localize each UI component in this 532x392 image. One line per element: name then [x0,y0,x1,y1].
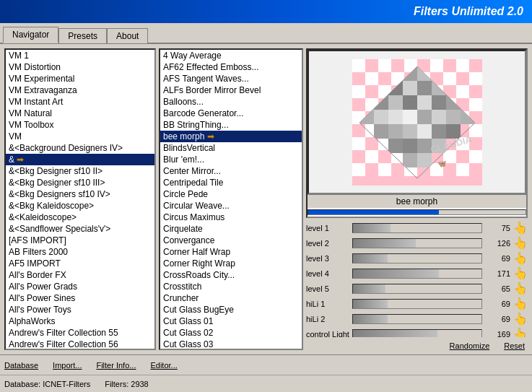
category-item[interactable]: VM Distortion [6,61,154,73]
svg-rect-54 [388,110,403,124]
filter-item[interactable]: Corner Right Wrap [160,258,302,269]
right-panel: CLAUDIA 🦋 bee morph level 175👆level 2126… [306,48,528,350]
filter-item[interactable]: Corner Half Wrap [160,246,302,258]
category-item[interactable]: AB Filters 2000 [6,246,154,258]
category-item[interactable]: AlphaWorks [6,315,154,327]
category-item[interactable]: [AFS IMPORT] [6,235,154,246]
slider-fill [353,284,385,293]
svg-rect-20 [469,98,482,111]
sliders-area: level 175👆level 2126👆level 369👆level 417… [306,221,528,337]
editor-button[interactable]: Editor... [150,361,177,370]
filter-item[interactable]: Cut Glass 03 [160,339,302,349]
category-item[interactable]: &<Background Designers IV> [6,142,154,154]
slider-value: 69 [485,254,510,263]
bottom-toolbar: Database Import... Filter Info... Editor… [0,354,532,375]
filter-item[interactable]: BB StringThing... [160,119,302,131]
filter-item[interactable]: Balloons... [160,96,302,108]
filter-item[interactable]: Cut Glass BugEye [160,304,302,315]
slider-track[interactable] [352,314,482,324]
randomize-button[interactable]: Randomize [450,341,490,350]
category-item[interactable]: & ➡ [6,154,154,165]
filter-item[interactable]: Centripedal Tile [160,177,302,188]
filter-item[interactable]: Cirquelate [160,223,302,235]
filter-item[interactable]: CrossRoads City... [160,269,302,281]
filter-item[interactable]: Blur 'em!... [160,154,302,165]
filter-item[interactable]: Center Mirror... [160,165,302,177]
slider-track[interactable] [352,329,482,338]
svg-rect-9 [443,72,456,85]
svg-rect-58 [403,81,417,95]
filter-info-button[interactable]: Filter Info... [96,361,136,370]
slider-track[interactable] [352,269,482,279]
filter-list-panel: 4 Way AverageAF62 Effected Emboss...AFS … [159,48,303,350]
svg-rect-31 [352,137,365,150]
slider-label: hiLi 1 [306,300,349,308]
category-item[interactable]: &<Kaleidoscope> [6,212,154,223]
svg-rect-36 [365,150,378,163]
category-list-scroll[interactable]: VM 1VM DistortionVM ExperimentalVM Extra… [6,50,154,349]
randomize-reset-row: Randomize Reset [306,341,528,350]
preview-area: CLAUDIA 🦋 [308,50,526,194]
slider-row: level 2126👆 [306,236,528,250]
slider-hand-icon: 👆 [513,221,528,235]
category-item[interactable]: VM [6,131,154,142]
category-item[interactable]: VM Toolbox [6,119,154,131]
category-item[interactable]: VM Experimental [6,73,154,84]
tab-bar: Navigator Presets About [0,23,532,44]
slider-label: level 3 [306,254,349,263]
filter-item[interactable]: Cut Glass 01 [160,315,302,327]
category-item[interactable]: All's Border FX [6,269,154,281]
import-button[interactable]: Import... [53,361,82,370]
slider-fill [353,300,388,308]
filter-item[interactable]: Circular Weave... [160,200,302,212]
slider-track[interactable] [352,284,482,294]
tab-navigator[interactable]: Navigator [3,27,58,43]
category-item[interactable]: &<Bkg Kaleidoscope> [6,200,154,212]
filter-item[interactable]: Crosstitch [160,281,302,292]
filter-item[interactable]: ALFs Border Mirror Bevel [160,84,302,96]
category-item[interactable]: All's Power Grads [6,281,154,292]
filter-item[interactable]: BlindsVertical [160,142,302,154]
slider-row: hiLi 169👆 [306,297,528,310]
reset-button[interactable]: Reset [504,341,525,350]
category-item[interactable]: &<Bkg Designers sf10 IV> [6,188,154,200]
filter-item[interactable]: Circle Pede [160,188,302,200]
filter-item[interactable]: Convergance [160,235,302,246]
category-item[interactable]: VM 1 [6,50,154,61]
slider-track[interactable] [352,238,482,248]
slider-label: level 1 [306,224,349,232]
category-item[interactable]: VM Instant Art [6,96,154,108]
filter-item[interactable]: Circus Maximus [160,212,302,223]
category-item[interactable]: &<Bkg Designer sf10 II> [6,165,154,177]
category-item[interactable]: Andrew's Filter Collection 55 [6,327,154,339]
tab-presets[interactable]: Presets [58,28,107,43]
category-item[interactable]: All's Power Sines [6,292,154,304]
category-item[interactable]: AF5 IMPORT [6,258,154,269]
filter-item[interactable]: Cut Glass 02 [160,327,302,339]
title-bar: Filters Unlimited 2.0 [0,0,532,23]
category-item[interactable]: &<Sandflower Specials'v'> [6,223,154,235]
filter-item[interactable]: 4 Way Average [160,50,302,61]
slider-track[interactable] [352,299,482,309]
category-item[interactable]: VM Natural [6,108,154,119]
slider-track[interactable] [352,253,482,263]
svg-rect-42 [378,163,391,176]
filter-item[interactable]: AFS Tangent Waves... [160,73,302,84]
filter-list-scroll[interactable]: 4 Way AverageAF62 Effected Emboss...AFS … [160,50,302,349]
slider-track[interactable] [352,223,482,233]
filter-item[interactable]: Barcode Generator... [160,108,302,119]
slider-hand-icon: 👆 [513,282,528,295]
category-item[interactable]: All's Power Toys [6,304,154,315]
filter-item[interactable]: AF62 Effected Emboss... [160,61,302,73]
category-item[interactable]: &<Bkg Designer sf10 III> [6,177,154,188]
category-item[interactable]: Andrew's Filter Collection 56 [6,339,154,349]
svg-rect-74 [432,124,446,139]
category-item[interactable]: VM Extravaganza [6,84,154,96]
main-content: VM 1VM DistortionVM ExperimentalVM Extra… [0,44,532,354]
filter-item[interactable]: bee morph ➡ [160,131,302,142]
spacer [309,341,450,350]
tab-about[interactable]: About [107,28,148,43]
filter-item[interactable]: Cruncher [160,292,302,304]
database-button[interactable]: Database [4,361,38,370]
slider-value: 169 [485,330,510,338]
